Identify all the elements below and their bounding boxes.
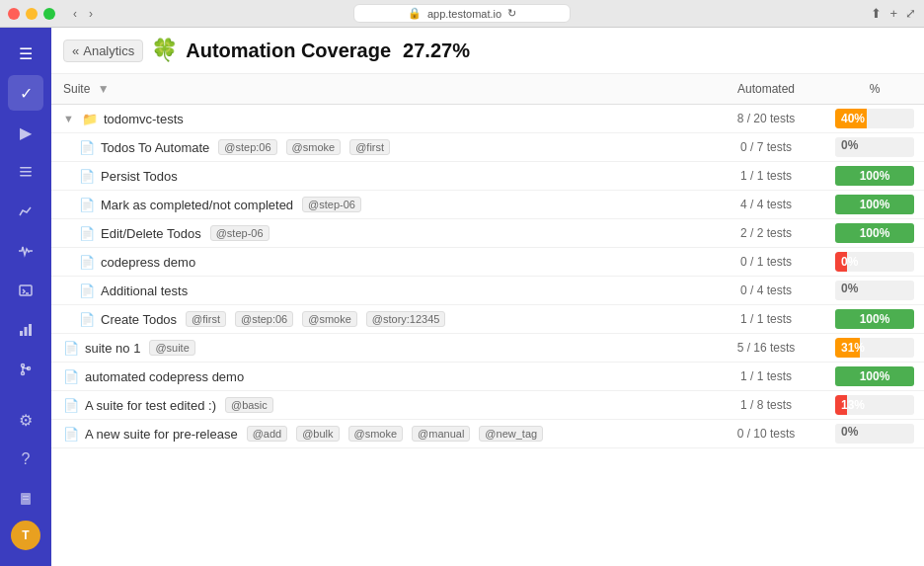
- suite-name-text: automated codepress demo: [85, 369, 244, 384]
- svg-rect-13: [23, 496, 29, 497]
- sidebar: ☰ ✓ ▶: [0, 28, 51, 566]
- pct-cell: 100%: [825, 191, 924, 219]
- traffic-light-yellow[interactable]: [26, 8, 38, 20]
- file-icon: 📄: [79, 140, 95, 155]
- tag[interactable]: @smoke: [286, 139, 342, 155]
- pct-cell: 0%: [825, 248, 924, 277]
- table-row: 📄Persist Todos1 / 1 tests100%: [51, 162, 924, 191]
- page-title: Automation Coverage: [186, 40, 391, 62]
- suite-name-text: Mark as completed/not completed: [101, 198, 293, 212]
- suite-name-text: A suite for test edited :): [85, 398, 216, 413]
- folder-icon: 📁: [82, 112, 98, 126]
- tag[interactable]: @new_tag: [479, 426, 543, 442]
- table-row: 📄automated codepress demo1 / 1 tests100%: [51, 363, 924, 391]
- sidebar-icon-activity[interactable]: [8, 233, 43, 269]
- tag[interactable]: @suite: [149, 340, 194, 356]
- file-icon: 📄: [79, 283, 95, 298]
- table-row: 📄Mark as completed/not completed@step-06…: [51, 191, 924, 219]
- avatar[interactable]: T: [11, 521, 40, 550]
- automated-count: 1 / 8 tests: [707, 391, 825, 420]
- traffic-light-red[interactable]: [8, 8, 20, 20]
- file-icon: 📄: [79, 255, 95, 270]
- col-header-pct: %: [825, 74, 924, 105]
- file-icon: 📄: [79, 226, 95, 241]
- tag[interactable]: @step-06: [210, 225, 270, 241]
- table-row: 📄Edit/Delete Todos@step-062 / 2 tests100…: [51, 219, 924, 248]
- automated-count: 0 / 1 tests: [707, 248, 825, 277]
- table-row: 📄Todos To Automate@step:06@smoke@first0 …: [51, 133, 924, 162]
- tag[interactable]: @add: [247, 426, 288, 442]
- coverage-percentage: 27.27%: [403, 40, 470, 62]
- new-tab-button[interactable]: +: [889, 6, 897, 21]
- coverage-table: Suite ▼ Automated % ▼📁todomvc-tests8 / 2…: [51, 74, 924, 448]
- sidebar-icon-check[interactable]: ✓: [8, 75, 43, 111]
- breadcrumb-arrow: «: [72, 43, 79, 58]
- lock-icon: 🔒: [408, 7, 422, 20]
- pct-cell: 100%: [825, 363, 924, 391]
- sidebar-icon-play[interactable]: ▶: [8, 115, 43, 150]
- tag[interactable]: @first: [186, 311, 226, 327]
- back-button[interactable]: ‹: [69, 5, 81, 23]
- pct-cell: 0%: [825, 133, 924, 162]
- sidebar-icon-list[interactable]: [8, 154, 43, 190]
- page-header: « Analytics 🍀 Automation Coverage 27.27%: [51, 28, 924, 74]
- pct-cell: 100%: [825, 305, 924, 334]
- pct-cell: 31%: [825, 334, 924, 363]
- share-button[interactable]: ⬆: [871, 6, 882, 21]
- suite-name-text: todomvc-tests: [104, 112, 184, 126]
- automated-count: 1 / 1 tests: [707, 162, 825, 191]
- tag[interactable]: @story:12345: [366, 311, 446, 327]
- traffic-light-green[interactable]: [43, 8, 55, 20]
- sidebar-icon-git-branch[interactable]: [8, 352, 43, 387]
- tag[interactable]: @step:06: [235, 311, 293, 327]
- shamrock-icon: 🍀: [151, 38, 178, 63]
- sidebar-icon-help[interactable]: ?: [8, 442, 43, 477]
- automated-count: 1 / 1 tests: [707, 363, 825, 391]
- pct-cell: 0%: [825, 420, 924, 448]
- file-icon: 📄: [79, 312, 95, 327]
- main-content: « Analytics 🍀 Automation Coverage 27.27%…: [51, 28, 924, 566]
- svg-rect-5: [20, 331, 23, 336]
- sidebar-icon-menu[interactable]: ☰: [8, 36, 43, 71]
- pct-bar: 100%: [835, 195, 914, 214]
- suite-name-text: Create Todos: [101, 312, 177, 327]
- pct-cell: 100%: [825, 162, 924, 191]
- tag[interactable]: @manual: [412, 426, 470, 442]
- svg-rect-6: [25, 327, 28, 336]
- svg-point-8: [22, 364, 25, 367]
- file-icon: 📄: [63, 341, 79, 356]
- sidebar-icon-book[interactable]: [8, 481, 43, 517]
- file-icon: 📄: [79, 198, 95, 212]
- tag[interactable]: @first: [349, 139, 390, 155]
- suite-name-text: Edit/Delete Todos: [101, 226, 201, 241]
- tag[interactable]: @bulk: [296, 426, 339, 442]
- pct-bar-bg: 31%: [835, 338, 914, 358]
- tag[interactable]: @step-06: [302, 197, 361, 212]
- breadcrumb-link[interactable]: « Analytics: [63, 40, 143, 62]
- tag[interactable]: @smoke: [302, 311, 357, 327]
- url-text: app.testomat.io: [427, 8, 501, 20]
- pct-cell: 13%: [825, 391, 924, 420]
- sidebar-icon-chart-line[interactable]: [8, 194, 43, 229]
- table-row: 📄A new suite for pre-release@add@bulk@sm…: [51, 420, 924, 448]
- address-bar[interactable]: 🔒 app.testomat.io ↻: [353, 4, 571, 23]
- sidebar-icon-bar-chart[interactable]: [8, 312, 43, 348]
- sidebar-icon-terminal[interactable]: [8, 273, 43, 308]
- collapse-button[interactable]: ▼: [63, 113, 74, 124]
- svg-rect-7: [29, 324, 32, 336]
- table-row: 📄Additional tests0 / 4 tests0%: [51, 277, 924, 305]
- file-icon: 📄: [63, 398, 79, 413]
- tag[interactable]: @basic: [225, 397, 273, 413]
- table-row: 📄Create Todos@first@step:06@smoke@story:…: [51, 305, 924, 334]
- refresh-icon: ↻: [507, 7, 516, 20]
- sidebar-icon-settings[interactable]: ⚙: [8, 402, 43, 438]
- col-header-suite[interactable]: Suite ▼: [51, 74, 707, 105]
- fullscreen-button[interactable]: ⤢: [905, 6, 916, 21]
- svg-rect-14: [23, 499, 29, 500]
- suite-name-text: A new suite for pre-release: [85, 427, 238, 442]
- tag[interactable]: @step:06: [218, 139, 276, 155]
- tag[interactable]: @smoke: [348, 426, 404, 442]
- automated-count: 2 / 2 tests: [707, 219, 825, 248]
- forward-button[interactable]: ›: [85, 5, 97, 23]
- automated-count: 0 / 4 tests: [707, 277, 825, 305]
